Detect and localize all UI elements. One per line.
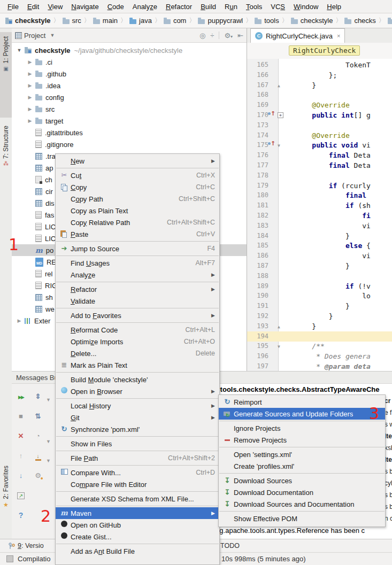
tree-item-gitignore[interactable]: .gitignore	[12, 138, 247, 150]
context-menu-item-copy-relative-path[interactable]: Copy Relative PathCtrl+Alt+Shift+C	[56, 216, 219, 228]
code-line-192[interactable]: 192 }	[247, 311, 392, 321]
code-line-173[interactable]: 173	[247, 120, 392, 130]
menubar-item-vcs[interactable]: VCS	[266, 1, 289, 12]
down-icon[interactable]	[16, 471, 26, 480]
tree-item-target[interactable]: ▶target	[12, 115, 247, 127]
menubar-item-view[interactable]: View	[43, 1, 67, 12]
maven-submenu-item-download-documentation[interactable]: Download Documentation	[219, 486, 385, 498]
scroll-triangle-icon[interactable]: ▼	[46, 397, 51, 403]
maven-submenu-item-remove-projects[interactable]: Remove Projects	[219, 434, 385, 446]
close-icon[interactable]: ×	[337, 33, 340, 39]
expander-closed-icon[interactable]: ▶	[27, 59, 33, 65]
code-line-175[interactable]: 175▼ public void vi	[247, 140, 392, 150]
collapse-all-icon[interactable]: ÷	[210, 32, 214, 40]
maven-submenu-item-download-sources[interactable]: Download Sources	[219, 475, 385, 486]
tree-item-github[interactable]: ▶.github	[12, 68, 247, 80]
code-line-195[interactable]: 195▼ /**	[247, 341, 392, 351]
scroll-triangle-icon[interactable]: ▼	[46, 458, 51, 463]
tree-item-idea[interactable]: ▶.idea	[12, 80, 247, 91]
menubar-item-navigate[interactable]: Navigate	[67, 1, 103, 12]
fold-marker-icon[interactable]: ▼	[278, 141, 280, 151]
tree-item-src[interactable]: ▶src	[12, 103, 247, 115]
maven-submenu-item-create-profiles-xml[interactable]: Create 'profiles.xml'	[219, 460, 385, 472]
code-line-169[interactable]: 169 @Override	[247, 100, 392, 110]
menubar-item-file[interactable]: File	[3, 1, 23, 12]
scroll-triangle-icon[interactable]: ▼	[46, 439, 51, 444]
context-menu-item-compare-file-with-editor[interactable]: Compare File with Editor	[56, 478, 219, 490]
import-icon[interactable]	[33, 452, 43, 460]
expander-closed-icon[interactable]: ▶	[27, 106, 33, 112]
context-menu-item-validate[interactable]: Validate	[56, 295, 219, 307]
tree-item-ci[interactable]: ▶.ci	[12, 56, 247, 68]
code-line-180[interactable]: 180 final	[247, 190, 392, 200]
context-menu-item-synchronize-pom-xml[interactable]: Synchronize 'pom.xml'	[56, 423, 219, 435]
code-line-194[interactable]: 194	[247, 331, 392, 342]
expander-closed-icon[interactable]: ▶	[27, 71, 33, 76]
expander-closed-icon[interactable]: ▶	[16, 318, 22, 323]
tree-item-checkstyle[interactable]: ▼checkstyle~/java/github/checkstyle/chec…	[12, 44, 247, 56]
rerun-icon[interactable]	[16, 392, 26, 401]
code-line-191[interactable]: 191 }	[247, 301, 392, 311]
breadcrumb-item-main[interactable]: main	[93, 17, 118, 25]
code-line-190[interactable]: 190 lo	[247, 291, 392, 301]
maven-submenu-item-ignore-projects[interactable]: Ignore Projects	[219, 422, 385, 434]
menubar-item-analyze[interactable]: Analyze	[128, 1, 162, 12]
context-menu-item-compare-with[interactable]: Compare With...Ctrl+D	[56, 467, 219, 478]
context-menu-item-refactor[interactable]: Refactor▶	[56, 283, 219, 295]
breadcrumb-item-puppycrawl[interactable]: puppycrawl	[198, 17, 243, 25]
context-menu-item-delete[interactable]: Delete...Delete	[56, 347, 219, 359]
expander-closed-icon[interactable]: ▶	[27, 83, 33, 88]
context-menu-item-open-on-github[interactable]: Open on GitHub	[56, 519, 219, 531]
context-menu-item-copy-path[interactable]: Copy PathCtrl+Shift+C	[56, 193, 219, 205]
tool-tab-version-control[interactable]: 9: Versio	[18, 542, 44, 549]
code-line-181[interactable]: 181 if (sh	[247, 200, 392, 211]
code-line-167[interactable]: 167▲ }	[247, 80, 392, 90]
tool-tab-todo[interactable]: TODO	[220, 542, 240, 549]
tab-rightcurlycheck[interactable]: C RightCurlyCheck.java ×	[250, 28, 345, 43]
tool-tab-favorites[interactable]: 2: Favorites ★	[0, 466, 12, 540]
code-line-193[interactable]: 193▲ }	[247, 321, 392, 331]
context-menu-item-reformat-code[interactable]: Reformat CodeCtrl+Alt+L	[56, 324, 219, 336]
context-menu-item-jump-to-source[interactable]: Jump to SourceF4	[56, 243, 219, 254]
tool-tab-structure[interactable]: 7: Structure ⁂	[0, 126, 12, 202]
context-menu-item-add-to-favorites[interactable]: Add to Favorites▶	[56, 309, 219, 321]
context-menu-item-generate-xsd-schema-from-xml-file[interactable]: Generate XSD Schema from XML File...	[56, 493, 219, 505]
locate-icon[interactable]: ◎	[199, 32, 205, 40]
fold-marker-icon[interactable]: ▼	[278, 342, 280, 352]
chevron-down-icon[interactable]: ▼	[50, 33, 55, 38]
code-line-182[interactable]: 182 fi	[247, 211, 392, 221]
expander-closed-icon[interactable]: ▶	[27, 118, 33, 123]
help-icon[interactable]	[16, 511, 26, 520]
export-icon[interactable]	[16, 491, 26, 500]
code-line-168[interactable]: 168	[247, 90, 392, 100]
context-menu-item-copy-as-plain-text[interactable]: Copy as Plain Text	[56, 205, 219, 216]
context-menu-item-analyze[interactable]: Analyze▶	[56, 269, 219, 281]
context-menu-item-optimize-imports[interactable]: Optimize ImportsCtrl+Alt+O	[56, 336, 219, 347]
maven-submenu-item-generate-sources-and-update-folders[interactable]: Generate Sources and Update Folders	[219, 408, 385, 420]
code-line-176[interactable]: 176 final Deta	[247, 150, 392, 160]
code-line-165[interactable]: 165 TokenT	[247, 60, 392, 70]
tree-item-config[interactable]: ▶config	[12, 91, 247, 103]
breadcrumb-item-checkstyle[interactable]: checkstyle	[291, 17, 333, 25]
breadcrumb-item-checks[interactable]: checks	[344, 17, 375, 25]
expander-closed-icon[interactable]: ▶	[27, 95, 33, 100]
context-menu-item-find-usages[interactable]: Find UsagesAlt+F7	[56, 257, 219, 269]
expander-open-icon[interactable]: ▼	[16, 48, 22, 53]
menubar-item-code[interactable]: Code	[103, 1, 128, 12]
gear-icon[interactable]: ⚙▾	[224, 32, 233, 40]
context-menu-item-maven[interactable]: Maven▶	[56, 507, 219, 519]
code-line-186[interactable]: 186 vi	[247, 251, 392, 261]
stop-icon[interactable]	[16, 412, 26, 421]
breadcrumb-item-src[interactable]: src	[63, 17, 81, 25]
breadcrumb-item-checkstyle[interactable]: checkstyle	[5, 17, 51, 25]
context-menu-item-git[interactable]: Git▶	[56, 412, 219, 423]
context-menu-item-new[interactable]: New▶	[56, 155, 219, 167]
code-line-197[interactable]: 197 * @param deta	[247, 361, 392, 371]
context-menu-item-cut[interactable]: CutCtrl+X	[56, 169, 219, 181]
code-line-183[interactable]: 183 vi	[247, 221, 392, 231]
menubar-item-edit[interactable]: Edit	[23, 1, 43, 12]
maven-submenu-item-open-settings-xml[interactable]: Open 'settings.xml'	[219, 448, 385, 460]
context-menu-item-mark-as-plain-text[interactable]: Mark as Plain Text	[56, 359, 219, 371]
context-menu-item-build-module-checkstyle[interactable]: Build Module 'checkstyle'	[56, 374, 219, 385]
context-menu-item-open-in-browser[interactable]: Open in Browser▶	[56, 385, 219, 397]
